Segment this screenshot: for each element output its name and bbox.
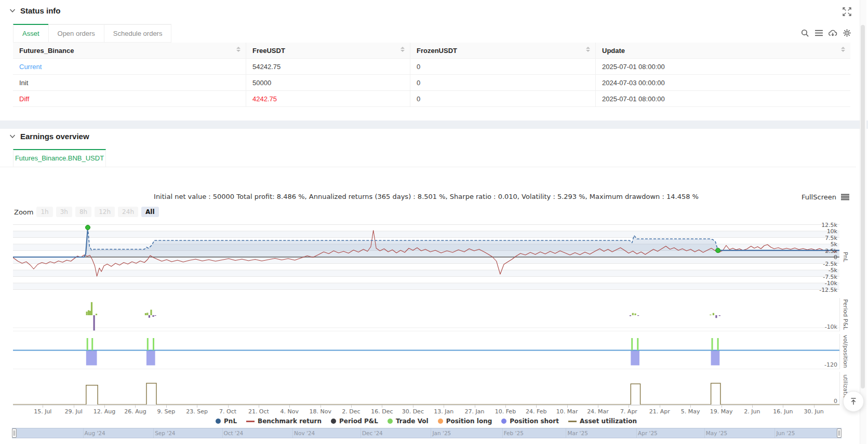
column-header[interactable]: FreeUSDT	[246, 43, 410, 59]
row-label-current[interactable]: Current	[13, 59, 246, 75]
cell-frozen-usdt: 0	[410, 91, 596, 107]
legend-item-period-p-l[interactable]: Period P&L	[331, 418, 378, 425]
table-toolbar	[800, 28, 851, 37]
menu-icon[interactable]	[814, 28, 823, 37]
zoom-label: Zoom	[14, 208, 33, 216]
x-axis-label: 7. Oct	[219, 408, 236, 415]
cell-free-usdt: 50000	[246, 75, 410, 91]
zoom-12h-button[interactable]: 12h	[95, 207, 115, 217]
x-axis-label: 7. Apr	[620, 408, 637, 415]
cell-frozen-usdt: 0	[410, 75, 596, 91]
legend-item-asset-utilization[interactable]: Asset utilization	[568, 418, 637, 425]
tab-schedule-orders[interactable]: Schedule orders	[104, 24, 172, 43]
zoom-1h-button[interactable]: 1h	[36, 207, 52, 217]
x-axis-label: 29. Jul	[65, 408, 83, 415]
navigator-month-label: Mar '25	[566, 430, 587, 436]
x-axis-label: 30. Dec	[402, 408, 424, 415]
pnl-chart-canvas[interactable]	[13, 220, 839, 294]
earnings-overview-header: Earnings overview	[9, 132, 89, 141]
sort-icon[interactable]	[586, 47, 590, 52]
legend-item-position-short[interactable]: Position short	[501, 418, 559, 425]
legend-label: PnL	[224, 418, 237, 425]
x-axis-label: 23. Sep	[186, 408, 208, 415]
row-label-diff: Diff	[13, 91, 246, 107]
x-axis-tick	[444, 405, 444, 408]
chart-menu-icon[interactable]	[841, 194, 849, 200]
sort-icon[interactable]	[841, 47, 845, 52]
legend-marker	[438, 419, 443, 424]
vol-position-chart[interactable]: -120	[13, 334, 840, 369]
status-info-header: Status info	[9, 6, 61, 15]
expand-icon[interactable]	[843, 6, 853, 17]
scroll-top-button[interactable]	[843, 391, 864, 412]
legend-marker	[246, 421, 255, 422]
x-axis-tick	[783, 405, 783, 408]
period-pnl-chart[interactable]: -10k	[13, 298, 840, 331]
utilization-chart[interactable]: 0	[13, 372, 840, 406]
gear-icon[interactable]	[842, 28, 851, 37]
x-axis-label: 2. Dec	[342, 408, 360, 415]
x-axis-tick	[690, 405, 691, 408]
x-axis-label: 30. Jun	[804, 408, 824, 415]
cell-free-usdt: 54242.75	[246, 59, 410, 75]
fullscreen-button[interactable]: FullScreen	[802, 193, 849, 201]
tab-asset[interactable]: Asset	[13, 24, 49, 43]
x-axis-tick	[629, 405, 629, 408]
x-axis-label: 5. May	[681, 408, 700, 415]
scrollbar-thumb[interactable]	[861, 25, 865, 388]
cell-update: 2025-07-01 08:00:00	[596, 91, 850, 107]
x-axis: 15. Jul29. Jul12. Aug26. Aug9. Sep23. Se…	[13, 405, 839, 416]
zoom-8h-button[interactable]: 8h	[75, 207, 91, 217]
fullscreen-label: FullScreen	[802, 193, 836, 201]
legend-marker	[568, 421, 577, 422]
chart-navigator[interactable]: Aug '24Sep '24Oct '24Nov '24Dec '24Jan '…	[12, 428, 842, 438]
column-header[interactable]: FrozenUSDT	[410, 43, 596, 59]
legend-item-trade-vol[interactable]: Trade Vol	[388, 418, 429, 425]
cloud-download-icon[interactable]	[828, 28, 837, 37]
legend-label: Position short	[510, 418, 559, 425]
x-axis-tick	[722, 405, 722, 408]
navigator-handle-right[interactable]	[837, 428, 842, 438]
row-label-init: Init	[13, 75, 246, 91]
zoom-3h-button[interactable]: 3h	[56, 207, 72, 217]
column-header[interactable]: Futures_Binance	[13, 43, 246, 59]
navigator-handle-left[interactable]	[12, 428, 17, 438]
x-axis-tick	[289, 405, 290, 408]
x-axis-tick	[228, 405, 229, 408]
x-axis-label: 16. Dec	[371, 408, 393, 415]
legend-item-pnl[interactable]: PnL	[216, 418, 237, 425]
utilization-tick-label: 0	[834, 398, 837, 405]
pnl-chart[interactable]: 12.5k10k7.5k5k2.5k0-2.5k-5k-7.5k-10k-12.…	[13, 220, 839, 294]
x-axis-label: 18. Nov	[309, 408, 331, 415]
zoom-24h-button[interactable]: 24h	[118, 207, 138, 217]
x-axis-label: 19. May	[710, 408, 733, 415]
x-axis-tick	[351, 405, 352, 408]
x-axis-tick	[814, 405, 814, 408]
navigator-month-label: Oct '24	[222, 430, 244, 436]
tab-underline	[0, 167, 856, 167]
vol-position-axis-title: vol/position	[842, 334, 849, 369]
earnings-summary-stats: Initial net value : 50000 Total profit: …	[13, 193, 839, 200]
tab-open-orders[interactable]: Open orders	[48, 24, 104, 43]
sort-icon[interactable]	[400, 47, 405, 52]
legend-item-position-long[interactable]: Position long	[438, 418, 492, 425]
sort-icon[interactable]	[236, 47, 241, 52]
zoom-all-button[interactable]: All	[141, 207, 159, 217]
x-axis-tick	[166, 405, 167, 408]
search-icon[interactable]	[800, 28, 809, 37]
x-axis-label: 9. Sep	[157, 408, 175, 415]
legend-marker	[501, 419, 506, 424]
navigator-month-label: Apr '25	[636, 430, 658, 436]
legend-item-benchmark-return[interactable]: Benchmark return	[246, 418, 322, 425]
tab-futures-binance-bnb-usdt[interactable]: Futures_Binance.BNB_USDT	[13, 149, 106, 167]
x-axis-label: 13. Jan	[434, 408, 453, 415]
navigator-month-label: Jan '25	[431, 430, 451, 436]
legend-marker	[331, 419, 336, 424]
x-axis-tick	[74, 405, 74, 408]
column-header[interactable]: Update	[596, 43, 850, 59]
asset-table: Futures_Binance FreeUSDT FrozenUSDT Upda…	[13, 43, 850, 107]
chevron-down-icon[interactable]	[9, 134, 16, 139]
table-row-init: Init 50000 0 2024-07-03 00:00:00	[13, 75, 850, 91]
x-axis-label: 4. Nov	[281, 408, 299, 415]
chevron-down-icon[interactable]	[9, 8, 16, 13]
